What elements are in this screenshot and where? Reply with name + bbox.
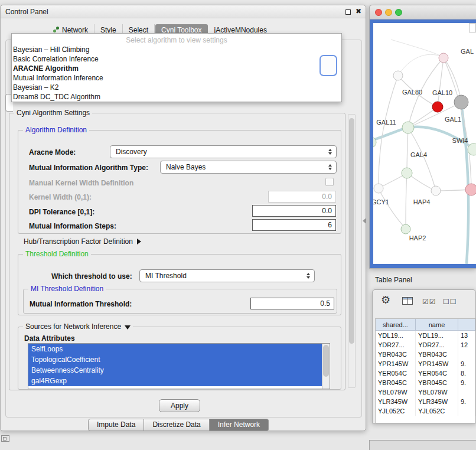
node-table: shared... name YDL19...YDL19...13 YDR27.… <box>375 318 475 423</box>
cell: YDR27... <box>416 340 458 350</box>
settings-scrollbar[interactable] <box>348 114 356 388</box>
combo-arrows-icon <box>324 164 336 170</box>
mi-steps-field[interactable]: 6 <box>252 219 336 231</box>
combo-arrows-icon <box>302 273 314 279</box>
table-row[interactable]: YJL052CYJL052C <box>376 406 475 416</box>
kernel-width-value: 0.0 <box>322 193 332 201</box>
mi-threshold-field[interactable]: 0.5 <box>250 298 334 309</box>
network-node[interactable] <box>402 122 414 133</box>
algorithm-option[interactable]: Bayesian – K2 <box>12 83 341 92</box>
close-icon[interactable]: ✖ <box>356 7 361 15</box>
close-traffic-light[interactable] <box>375 9 382 16</box>
cell <box>458 406 475 416</box>
network-node[interactable] <box>431 186 441 195</box>
algorithm-option[interactable]: Basic Correlation Inference <box>12 54 341 64</box>
column-header[interactable]: shared... <box>376 319 416 330</box>
hub-section-toggle[interactable]: Hub/Transcription Factor Definition <box>24 237 141 246</box>
table-row[interactable]: YBR045CYBR045C9. <box>376 378 475 387</box>
control-panel-titlebar[interactable]: Control Panel ✖ <box>1 5 366 18</box>
apply-button[interactable]: Apply <box>159 399 200 412</box>
network-node[interactable] <box>439 53 448 63</box>
deselect-all-icon[interactable]: ☐☐ <box>443 298 457 306</box>
list-scrollbar[interactable] <box>322 344 330 389</box>
table-row[interactable]: YDR27...YDR27...12 <box>376 340 475 350</box>
kernel-width-field[interactable]: 0.0 <box>268 191 336 203</box>
algorithm-definition-title: Algorithm Definition <box>23 126 89 134</box>
network-node[interactable] <box>393 71 403 80</box>
desktop-mini-icon[interactable] <box>1 435 9 442</box>
node-label: GAL1 <box>445 116 461 123</box>
column-header[interactable] <box>458 319 475 330</box>
table-row[interactable]: YER054CYER054C8. <box>376 369 475 378</box>
cell <box>458 387 475 397</box>
mi-steps-label: Mutual Information Steps: <box>29 222 116 230</box>
data-attributes-label: Data Attributes <box>24 334 75 343</box>
dpi-tolerance-value: 0.0 <box>322 207 332 215</box>
table-row[interactable]: YDL19...YDL19...13 <box>376 331 475 340</box>
network-node[interactable] <box>402 168 412 178</box>
panel-splitter-arrow[interactable] <box>363 218 366 224</box>
which-threshold-select[interactable]: MI Threshold <box>139 269 315 282</box>
list-item-selected[interactable]: SelfLoops <box>28 344 322 354</box>
algorithm-option[interactable]: Mutual Information Inference <box>12 73 341 83</box>
network-node[interactable] <box>374 184 383 193</box>
columns-icon[interactable] <box>402 297 413 306</box>
node-label: SWI4 <box>452 137 468 144</box>
algorithm-option[interactable]: Bayesian – Hill Climbing <box>12 45 341 54</box>
table-row[interactable]: YBL079WYBL079W <box>376 387 475 397</box>
tab-impute-data[interactable]: Impute Data <box>88 419 144 431</box>
list-item-selected[interactable]: BetweennessCentrality <box>28 365 322 376</box>
algorithm-option-selected[interactable]: ARACNE Algorithm <box>12 64 341 73</box>
list-item-selected[interactable]: gal4RGexp <box>28 376 322 386</box>
sources-group: Sources for Network Inference Data Attri… <box>18 327 341 390</box>
algorithm-definition-group: Algorithm Definition Aracne Mode: Discov… <box>18 130 341 234</box>
gear-icon[interactable]: ⚙ <box>381 294 390 306</box>
network-view-window: GAL GAL80 GAL10 GAL11 GAL1 SWI4 GAL4 GCY… <box>369 5 476 269</box>
dpi-tolerance-label: DPI Tolerance [0,1]: <box>29 208 94 216</box>
select-all-icon[interactable]: ☑☑ <box>422 298 436 306</box>
aracne-mode-select[interactable]: Discovery <box>110 145 337 158</box>
network-node[interactable] <box>465 184 476 195</box>
algorithm-dropdown-prompt: Select algorithm to view settings <box>12 35 341 45</box>
cell: YER054C <box>416 369 458 378</box>
network-window-titlebar[interactable] <box>370 5 476 19</box>
data-attributes-list[interactable]: SelfLoops TopologicalCoefficient Between… <box>28 343 330 389</box>
window-title: Control Panel <box>5 8 48 16</box>
algorithm-option[interactable]: Dream8 DC_TDC Algorithm <box>12 92 341 102</box>
cell: YBR043C <box>416 350 458 359</box>
table-row[interactable]: YLR345WYLR345W9. <box>376 397 475 406</box>
focused-settings-button[interactable] <box>319 55 337 76</box>
network-node[interactable] <box>454 95 468 109</box>
minimize-traffic-light[interactable] <box>385 9 392 16</box>
cell: YBL079W <box>416 387 458 397</box>
network-canvas[interactable]: GAL GAL80 GAL10 GAL11 GAL1 SWI4 GAL4 GCY… <box>373 23 476 264</box>
column-header[interactable]: name <box>416 319 458 330</box>
sources-title[interactable]: Sources for Network Inference <box>23 322 133 331</box>
node-label: GAL4 <box>410 151 427 158</box>
list-item-selected[interactable]: TopologicalCoefficient <box>28 354 322 365</box>
cell: YBL079W <box>376 387 416 397</box>
threshold-definition-title: Threshold Definition <box>23 250 91 258</box>
cell: 13 <box>458 331 475 340</box>
table-row[interactable]: YPR145WYPR145W9. <box>376 359 475 369</box>
dpi-tolerance-field[interactable]: 0.0 <box>252 205 336 217</box>
which-threshold-label: Which threshold to use: <box>51 272 132 281</box>
mi-threshold-group: MI Threshold Definition Mutual Informati… <box>23 289 337 314</box>
network-node[interactable] <box>432 102 443 112</box>
mi-threshold-label: Mutual Information Threshold: <box>30 300 132 308</box>
combo-arrows-icon <box>324 149 336 155</box>
settings-scrollbar-thumb[interactable] <box>349 118 354 344</box>
tab-infer-network[interactable]: Infer Network <box>210 419 269 431</box>
canvas-scrollbar-stub[interactable] <box>469 23 476 32</box>
cell: YBR045C <box>416 378 458 387</box>
float-window-icon[interactable] <box>345 9 351 15</box>
list-scrollbar-thumb[interactable] <box>323 345 329 377</box>
cell: YPR145W <box>416 359 458 369</box>
tab-discretize-data[interactable]: Discretize Data <box>144 419 209 431</box>
mi-type-select[interactable]: Naive Bayes <box>160 161 337 174</box>
network-node[interactable] <box>401 224 410 234</box>
table-row[interactable]: YBR043CYBR043C <box>376 350 475 359</box>
zoom-traffic-light[interactable] <box>395 9 402 16</box>
manual-kernel-checkbox[interactable] <box>325 178 334 186</box>
cell: YER054C <box>376 369 416 378</box>
